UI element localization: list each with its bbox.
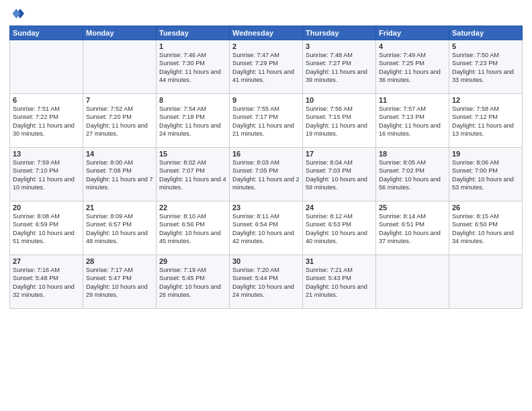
cell-text: Sunrise: 8:05 AM — [379, 158, 446, 167]
calendar-cell: 17Sunrise: 8:04 AMSunset: 7:03 PMDayligh… — [303, 148, 376, 201]
cell-text: Sunrise: 8:12 AM — [306, 212, 373, 220]
cell-text: Sunrise: 8:14 AM — [379, 212, 446, 220]
day-number: 28 — [86, 257, 153, 265]
header — [9, 7, 523, 21]
cell-text: Sunrise: 8:09 AM — [86, 212, 153, 220]
cell-text: Sunrise: 7:17 AM — [86, 266, 153, 274]
cell-text: Sunset: 7:25 PM — [379, 59, 446, 67]
calendar-cell: 20Sunrise: 8:08 AMSunset: 6:59 PMDayligh… — [10, 201, 83, 255]
calendar-cell: 13Sunrise: 7:59 AMSunset: 7:10 PMDayligh… — [10, 148, 83, 201]
cell-text: Daylight: 11 hours and 10 minutes. — [13, 175, 80, 192]
cell-text: Daylight: 10 hours and 42 minutes. — [232, 229, 300, 246]
day-number: 7 — [86, 96, 153, 104]
cell-text: Daylight: 10 hours and 24 minutes. — [232, 283, 300, 300]
calendar-cell — [83, 40, 157, 94]
calendar-cell — [449, 255, 523, 309]
cell-text: Daylight: 11 hours and 44 minutes. — [159, 68, 226, 85]
cell-text: Sunset: 7:05 PM — [232, 167, 300, 175]
calendar-cell: 3Sunrise: 7:48 AMSunset: 7:27 PMDaylight… — [303, 40, 376, 94]
weekday-header-monday: Monday — [83, 26, 157, 40]
cell-text: Daylight: 10 hours and 45 minutes. — [159, 229, 226, 246]
cell-text: Sunset: 7:12 PM — [452, 113, 519, 121]
cell-text: Sunrise: 7:21 AM — [306, 266, 373, 274]
cell-text: Sunset: 7:20 PM — [86, 113, 153, 121]
day-number: 2 — [232, 42, 300, 50]
cell-text: Sunset: 7:03 PM — [306, 167, 373, 175]
cell-text: Sunrise: 8:15 AM — [452, 212, 519, 220]
cell-text: Sunset: 7:18 PM — [159, 113, 226, 121]
cell-text: Sunrise: 7:51 AM — [13, 105, 80, 113]
calendar-cell: 30Sunrise: 7:20 AMSunset: 5:44 PMDayligh… — [230, 255, 303, 309]
day-number: 10 — [306, 96, 373, 104]
cell-text: Sunrise: 7:52 AM — [86, 105, 153, 113]
day-number: 13 — [13, 150, 80, 158]
week-row-2: 13Sunrise: 7:59 AMSunset: 7:10 PMDayligh… — [10, 148, 523, 201]
cell-text: Sunrise: 7:54 AM — [159, 105, 226, 113]
day-number: 4 — [379, 42, 446, 50]
cell-text: Sunset: 6:57 PM — [86, 220, 153, 228]
day-number: 27 — [13, 257, 80, 265]
day-number: 1 — [159, 42, 226, 50]
cell-text: Sunrise: 7:55 AM — [232, 105, 300, 113]
cell-text: Daylight: 11 hours and 39 minutes. — [306, 68, 373, 85]
day-number: 12 — [452, 96, 519, 104]
cell-text: Sunrise: 8:04 AM — [306, 158, 373, 167]
week-row-1: 6Sunrise: 7:51 AMSunset: 7:22 PMDaylight… — [10, 94, 523, 148]
cell-text: Daylight: 11 hours and 7 minutes. — [86, 175, 153, 192]
week-row-0: 1Sunrise: 7:46 AMSunset: 7:30 PMDaylight… — [10, 40, 523, 94]
cell-text: Daylight: 10 hours and 56 minutes. — [379, 175, 446, 192]
cell-text: Sunrise: 7:56 AM — [306, 105, 373, 113]
calendar-table: SundayMondayTuesdayWednesdayThursdayFrid… — [9, 26, 523, 309]
cell-text: Daylight: 11 hours and 24 minutes. — [159, 122, 226, 138]
calendar-cell: 4Sunrise: 7:49 AMSunset: 7:25 PMDaylight… — [376, 40, 449, 94]
cell-text: Daylight: 11 hours and 2 minutes. — [232, 175, 300, 192]
calendar-cell: 12Sunrise: 7:58 AMSunset: 7:12 PMDayligh… — [449, 94, 523, 148]
calendar-cell: 6Sunrise: 7:51 AMSunset: 7:22 PMDaylight… — [10, 94, 83, 148]
cell-text: Sunrise: 7:47 AM — [232, 51, 300, 59]
week-row-3: 20Sunrise: 8:08 AMSunset: 6:59 PMDayligh… — [10, 201, 523, 255]
day-number: 19 — [452, 150, 519, 158]
day-number: 15 — [159, 150, 226, 158]
cell-text: Sunrise: 7:50 AM — [452, 51, 519, 59]
cell-text: Sunrise: 7:16 AM — [13, 266, 80, 274]
cell-text: Daylight: 11 hours and 21 minutes. — [232, 122, 300, 138]
calendar-cell: 28Sunrise: 7:17 AMSunset: 5:47 PMDayligh… — [83, 255, 157, 309]
logo — [9, 7, 26, 21]
calendar-cell: 2Sunrise: 7:47 AMSunset: 7:29 PMDaylight… — [230, 40, 303, 94]
cell-text: Daylight: 11 hours and 36 minutes. — [379, 68, 446, 85]
cell-text: Daylight: 11 hours and 30 minutes. — [13, 122, 80, 138]
weekday-header-tuesday: Tuesday — [157, 26, 230, 40]
cell-text: Daylight: 11 hours and 33 minutes. — [452, 68, 519, 85]
calendar-cell: 29Sunrise: 7:19 AMSunset: 5:45 PMDayligh… — [157, 255, 230, 309]
calendar-cell: 27Sunrise: 7:16 AMSunset: 5:48 PMDayligh… — [10, 255, 83, 309]
calendar-cell: 25Sunrise: 8:14 AMSunset: 6:51 PMDayligh… — [376, 201, 449, 255]
calendar-cell: 22Sunrise: 8:10 AMSunset: 6:56 PMDayligh… — [157, 201, 230, 255]
cell-text: Sunset: 7:27 PM — [306, 59, 373, 67]
calendar-page: SundayMondayTuesdayWednesdayThursdayFrid… — [0, 0, 532, 411]
cell-text: Daylight: 10 hours and 51 minutes. — [13, 229, 80, 246]
cell-text: Sunset: 6:56 PM — [159, 220, 226, 228]
weekday-header-saturday: Saturday — [449, 26, 523, 40]
calendar-cell — [10, 40, 83, 94]
day-number: 22 — [159, 203, 226, 212]
cell-text: Sunrise: 8:06 AM — [452, 158, 519, 167]
cell-text: Daylight: 10 hours and 59 minutes. — [306, 175, 373, 192]
day-number: 5 — [452, 42, 519, 50]
cell-text: Sunset: 7:30 PM — [159, 59, 226, 67]
calendar-cell: 10Sunrise: 7:56 AMSunset: 7:15 PMDayligh… — [303, 94, 376, 148]
cell-text: Sunrise: 8:00 AM — [86, 158, 153, 167]
weekday-header-wednesday: Wednesday — [230, 26, 303, 40]
cell-text: Sunrise: 8:02 AM — [159, 158, 226, 167]
cell-text: Sunset: 5:43 PM — [306, 274, 373, 282]
cell-text: Sunset: 7:07 PM — [159, 167, 226, 175]
cell-text: Daylight: 10 hours and 37 minutes. — [379, 229, 446, 246]
logo-icon — [9, 7, 24, 21]
cell-text: Sunrise: 7:59 AM — [13, 158, 80, 167]
day-number: 25 — [379, 203, 446, 212]
cell-text: Daylight: 11 hours and 19 minutes. — [306, 122, 373, 138]
day-number: 18 — [379, 150, 446, 158]
cell-text: Sunset: 7:22 PM — [13, 113, 80, 121]
cell-text: Sunset: 5:45 PM — [159, 274, 226, 282]
cell-text: Sunrise: 7:49 AM — [379, 51, 446, 59]
day-number: 17 — [306, 150, 373, 158]
